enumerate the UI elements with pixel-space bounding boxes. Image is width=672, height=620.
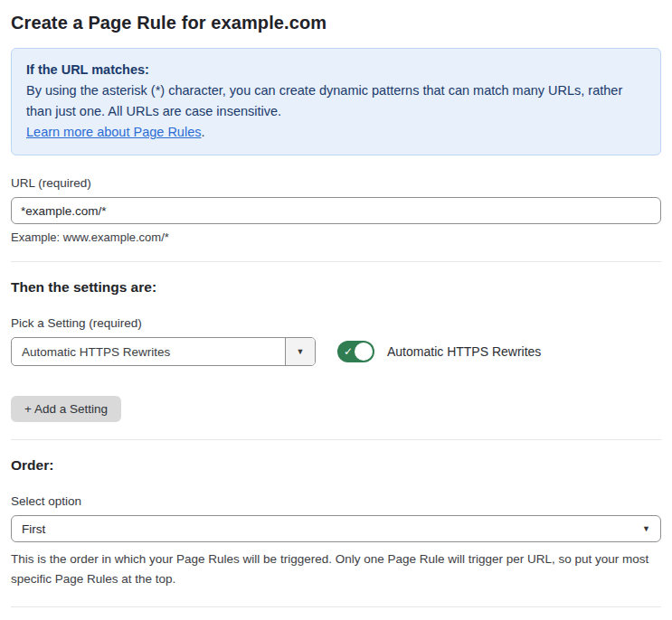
url-match-info-box: If the URL matches: By using the asteris… xyxy=(11,48,661,155)
info-box-body: By using the asterisk (*) character, you… xyxy=(26,80,646,122)
https-rewrites-toggle-wrap: ✓ Automatic HTTPS Rewrites xyxy=(337,341,541,362)
check-icon: ✓ xyxy=(344,345,353,358)
order-select-value: First xyxy=(22,522,45,536)
toggle-label: Automatic HTTPS Rewrites xyxy=(387,344,541,359)
setting-row: Automatic HTTPS Rewrites ▼ ✓ Automatic H… xyxy=(11,337,661,366)
setting-picker-label: Pick a Setting (required) xyxy=(11,316,661,330)
setting-select-arrow-button[interactable]: ▼ xyxy=(285,338,315,365)
link-suffix: . xyxy=(201,125,204,139)
order-select-label: Select option xyxy=(11,494,661,508)
divider xyxy=(11,606,661,607)
page-title: Create a Page Rule for example.com xyxy=(11,13,661,33)
page-rule-form: Create a Page Rule for example.com If th… xyxy=(0,0,672,620)
order-section-heading: Order: xyxy=(11,457,661,474)
learn-more-link[interactable]: Learn more about Page Rules xyxy=(26,125,201,139)
chevron-down-icon: ▼ xyxy=(297,347,305,356)
info-box-link-line: Learn more about Page Rules. xyxy=(26,122,646,143)
settings-section-heading: Then the settings are: xyxy=(11,279,661,296)
order-helper-text: This is the order in which your Page Rul… xyxy=(11,550,661,589)
divider xyxy=(11,439,661,440)
url-input[interactable] xyxy=(11,197,661,224)
url-example-helper: Example: www.example.com/* xyxy=(11,230,661,244)
info-box-heading: If the URL matches: xyxy=(26,60,646,80)
divider xyxy=(11,261,661,262)
setting-select[interactable]: Automatic HTTPS Rewrites ▼ xyxy=(11,337,316,366)
order-select[interactable]: First ▼ xyxy=(11,515,661,542)
url-field-label: URL (required) xyxy=(11,176,661,190)
chevron-down-icon: ▼ xyxy=(642,524,650,533)
https-rewrites-toggle[interactable]: ✓ xyxy=(337,341,374,362)
setting-select-value: Automatic HTTPS Rewrites xyxy=(12,338,285,365)
add-setting-button[interactable]: + Add a Setting xyxy=(11,396,121,422)
toggle-knob xyxy=(355,343,373,361)
